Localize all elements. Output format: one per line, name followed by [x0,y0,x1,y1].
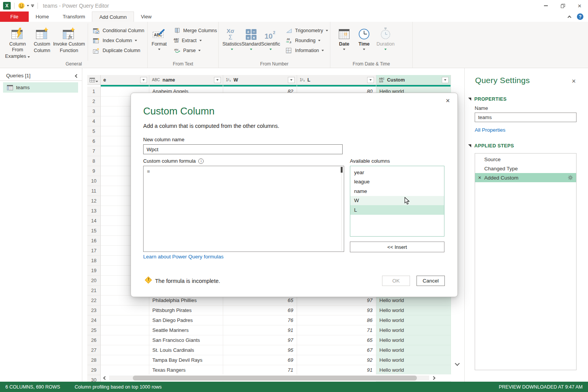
scroll-thumb[interactable] [133,376,417,381]
format-button[interactable]: ABC Format [152,23,167,61]
horizontal-scrollbar[interactable] [101,374,451,381]
query-name-input[interactable] [475,113,577,122]
row-number[interactable]: 16 [87,236,101,246]
cell-league[interactable] [101,305,149,315]
cell-league[interactable] [101,355,149,365]
applied-step[interactable]: Changed Type [475,164,576,173]
collapse-ribbon-icon[interactable] [568,16,572,20]
excel-app-icon[interactable]: X [3,2,11,10]
cell-custom[interactable]: Hello world [376,365,451,375]
column-header-name[interactable]: ABC name [149,75,223,85]
cell-w[interactable]: 95 [223,345,297,355]
cell-w[interactable]: 76 [223,315,297,325]
column-header-custom[interactable]: ABC123 Custom [376,75,451,85]
cell-name[interactable]: Texas Rangers [149,365,223,375]
custom-column-button[interactable]: Custom Column [31,23,53,61]
row-number[interactable]: 8 [87,156,101,166]
available-column-item[interactable]: W [350,196,444,206]
available-column-item[interactable]: name [350,186,444,196]
cell-w[interactable]: 69 [223,355,297,365]
statistics-button[interactable]: ΧσΣ Statistics [222,23,242,61]
row-number[interactable]: 7 [87,146,101,156]
cell-l[interactable]: 91 [297,365,376,375]
row-number[interactable]: 18 [87,256,101,266]
tab-view[interactable]: View [134,11,158,22]
cell-w[interactable]: 97 [223,335,297,345]
row-number[interactable]: 11 [87,186,101,196]
cell-name[interactable]: Pittsburgh Pirates [149,305,223,315]
cell-league[interactable] [101,335,149,345]
row-number[interactable]: 30 [87,375,101,382]
cell-league[interactable] [101,315,149,325]
column-from-examples-button[interactable]: Column From Examples [4,23,31,61]
available-column-item[interactable]: year [350,168,444,177]
properties-section-header[interactable]: PROPERTIES [468,96,507,102]
row-number[interactable]: 28 [87,355,101,365]
cell-custom[interactable]: Hello world [376,335,451,345]
row-number[interactable]: 26 [87,335,101,345]
trigonometry-button[interactable]: Trigonometry [284,26,330,36]
cell-name[interactable]: San Diego Padres [149,315,223,325]
cell-w[interactable]: 91 [223,325,297,335]
row-number[interactable]: 14 [87,216,101,226]
close-dialog-icon[interactable]: × [446,97,450,105]
filter-button[interactable] [214,77,221,83]
cell-league[interactable] [101,345,149,355]
scroll-right-icon[interactable] [429,377,438,379]
row-number[interactable]: 21 [87,286,101,296]
editor-scroll-thumb[interactable] [341,167,343,173]
cell-l[interactable]: 67 [297,345,376,355]
filter-button[interactable] [367,77,374,83]
cell-name[interactable]: St. Louis Cardinals [149,345,223,355]
vertical-scroll-down-icon[interactable] [456,360,459,367]
applied-step[interactable]: Source [475,155,576,164]
row-number[interactable]: 20 [87,276,101,286]
restore-button[interactable] [554,0,571,11]
customize-quick-access-icon[interactable] [31,5,34,7]
row-number[interactable]: 15 [87,226,101,236]
scroll-left-icon[interactable] [101,377,109,379]
all-properties-link[interactable]: All Properties [475,127,505,133]
profiling-info[interactable]: Column profiling based on top 1000 rows [75,384,162,390]
cancel-button[interactable]: Cancel [416,276,445,286]
information-button[interactable]: 1−3+ Information [284,46,330,56]
duplicate-column-button[interactable]: Duplicate Column [91,46,146,56]
cell-w[interactable]: 69 [223,305,297,315]
row-number[interactable]: 22 [87,296,101,305]
cell-l[interactable]: 65 [297,335,376,345]
cell-custom[interactable]: Hello world [376,305,451,315]
smiley-dropdown-icon[interactable] [27,5,29,7]
collapse-pane-icon[interactable] [75,73,78,78]
filter-button[interactable] [288,77,295,83]
available-column-item[interactable]: L [350,205,444,215]
row-number[interactable]: 25 [87,325,101,335]
available-column-item[interactable]: league [350,177,444,187]
cell-w[interactable]: 71 [223,365,297,375]
available-columns-list[interactable]: yearleaguenameWL [350,166,444,237]
cell-l[interactable]: 86 [297,315,376,325]
help-icon[interactable]: ? [577,13,583,20]
cell-custom[interactable]: Hello world [376,315,451,325]
editor-scroll-track[interactable] [341,167,342,251]
cell-l[interactable]: 92 [297,355,376,365]
tab-transform[interactable]: Transform [56,11,92,22]
row-number[interactable]: 2 [87,96,101,106]
minimize-button[interactable] [537,0,554,11]
row-number[interactable]: 23 [87,305,101,315]
cell-league[interactable] [101,325,149,335]
row-number[interactable]: 1 [87,87,101,96]
insert-button[interactable]: << Insert [350,242,444,252]
standard-button[interactable]: +−÷× Standard [242,23,261,61]
cell-l[interactable]: 93 [297,305,376,315]
conditional-column-button[interactable]: Conditional Column [91,26,146,36]
row-number[interactable]: 13 [87,206,101,216]
scroll-track[interactable] [109,376,429,381]
column-header-l[interactable]: 1²₃ L [297,75,376,85]
row-number[interactable]: 5 [87,126,101,136]
cell-custom[interactable]: Hello world [376,345,451,355]
row-number[interactable]: 17 [87,246,101,256]
filter-button[interactable] [442,77,449,83]
invoke-custom-function-button[interactable]: fx Invoke Custom Function [53,23,85,61]
applied-step[interactable]: ×Added Custom [475,173,576,182]
close-panel-icon[interactable]: × [572,77,576,85]
